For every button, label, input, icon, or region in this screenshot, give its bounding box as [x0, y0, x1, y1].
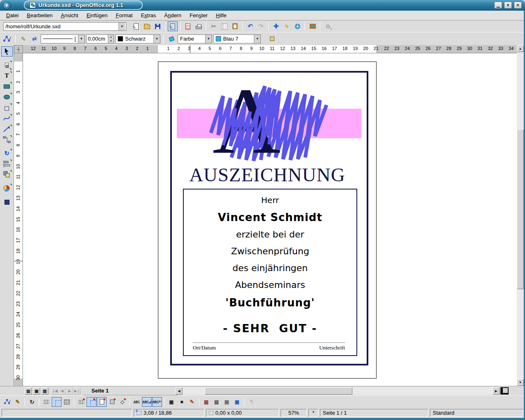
large-handles-icon[interactable]: ■ — [177, 397, 187, 407]
master-view-button[interactable]: ▣ — [33, 388, 40, 395]
insert-tool[interactable] — [1, 183, 13, 193]
url-input[interactable] — [4, 23, 119, 30]
url-dropdown-button[interactable]: ▼ — [119, 23, 125, 30]
snap-to-object-border-icon[interactable] — [107, 397, 117, 407]
layer-view-button[interactable]: ▧ — [41, 388, 48, 395]
horizontal-ruler[interactable]: 1211109876543211234567891011121314151617… — [23, 45, 517, 53]
status-position-cell[interactable]: 3,08 / 18,86 — [134, 409, 204, 417]
snap-to-grid-icon[interactable] — [76, 397, 86, 407]
titlebar[interactable]: ▼ Urkunde.sxd - OpenOffice.org 1.1 ▁ ▼ ✕ — [0, 0, 525, 11]
horizontal-scrollbar[interactable]: ◀ ▶ — [176, 387, 500, 395]
save-icon[interactable] — [153, 21, 162, 31]
menu-format[interactable]: Format — [112, 11, 136, 20]
alignment-tool[interactable] — [1, 159, 13, 169]
snap-to-snap-lines-icon[interactable] — [87, 397, 96, 407]
scribble-drawing-front[interactable] — [207, 84, 330, 162]
snap-to-object-points-icon[interactable]: ◇ — [117, 397, 127, 407]
show-snap-lines-icon[interactable] — [52, 397, 62, 407]
open-icon[interactable] — [142, 21, 152, 31]
fill-style-icon[interactable] — [167, 34, 176, 44]
print-icon[interactable] — [194, 21, 203, 31]
menu-ansicht[interactable]: Ansicht — [57, 11, 82, 20]
export-pdf-icon[interactable] — [183, 21, 193, 31]
document-page[interactable]: A AUSZEICHNUNG HerrVincent Schmidterziel… — [158, 62, 377, 379]
quick-edit-icon[interactable]: ABC — [132, 397, 142, 407]
gallery-icon[interactable] — [308, 21, 317, 31]
menu-extras[interactable]: Extras — [137, 11, 160, 20]
undo-icon[interactable]: ↶ — [245, 21, 255, 31]
rotation-mode-icon[interactable]: ↻ — [27, 397, 37, 407]
controller-3d-tool[interactable] — [1, 196, 13, 207]
menu-bearbeiten[interactable]: Bearbeiten — [23, 11, 56, 20]
objects-3d-tool[interactable] — [1, 103, 13, 113]
status-page-cell[interactable]: Seite 1 / 1 — [320, 409, 428, 417]
line-width-spin-buttons[interactable]: ▲▼ — [108, 35, 114, 43]
shadow-icon[interactable] — [267, 34, 277, 44]
line-color-select[interactable]: Schwarz ▼ — [115, 34, 160, 43]
zoom-tool[interactable] — [1, 60, 13, 70]
line-color-dropdown[interactable]: ▼ — [153, 35, 160, 43]
menu-hilfe[interactable]: Hilfe — [212, 11, 230, 20]
page-tab[interactable]: Seite 1 — [84, 387, 116, 395]
status-template-cell[interactable]: Standard — [430, 409, 523, 417]
allow-quick-editing-icon[interactable]: ✎ — [13, 397, 23, 407]
vertical-ruler[interactable]: 1234567891011121314151617181920212223242… — [14, 53, 23, 386]
canvas[interactable]: A AUSZEICHNUNG HerrVincent Schmidterziel… — [23, 53, 517, 386]
autopilot-icon[interactable]: ϟ — [282, 21, 292, 31]
rotate-tool[interactable]: ↻ — [1, 148, 13, 158]
hyperlink-icon[interactable] — [292, 21, 302, 31]
edit-points-mode-icon[interactable] — [2, 397, 12, 407]
connector-tool[interactable] — [1, 135, 13, 145]
menu-ndern[interactable]: Ändern — [160, 11, 185, 20]
page-view-button[interactable]: ▤ — [25, 388, 32, 395]
maximize-button[interactable]: ▼ — [504, 2, 512, 9]
line-width-input[interactable] — [87, 36, 108, 42]
lines-arrows-tool[interactable] — [1, 124, 13, 134]
fill-color-select[interactable]: Blau 7 ▼ — [213, 34, 261, 43]
navigator-icon[interactable]: ✚ — [271, 21, 281, 31]
horizontal-scroll-track[interactable] — [183, 387, 493, 395]
horizontal-scroll-thumb[interactable] — [205, 387, 352, 395]
line-contour-icon[interactable]: ▩ — [232, 397, 242, 407]
grid-to-front-icon[interactable] — [62, 397, 72, 407]
ellipse-tool[interactable] — [1, 92, 13, 102]
snap-to-page-margins-icon[interactable] — [97, 397, 107, 407]
arrow-style-icon[interactable]: ⇄ — [30, 34, 39, 44]
certificate-textbox[interactable]: HerrVincent Schmidterzielte bei derZwisc… — [183, 189, 357, 356]
status-size-cell[interactable]: 0,00 x 0,00 — [206, 409, 279, 417]
window-menu-button[interactable]: ▼ — [3, 2, 11, 9]
double-click-edit-text-icon[interactable]: ABC☛ — [152, 397, 162, 407]
line-properties-icon[interactable]: ✎ — [18, 34, 28, 44]
vertical-scrollbar[interactable]: ▲ ▼ — [517, 45, 524, 386]
menu-einfgen[interactable]: Einfügen — [83, 11, 111, 20]
menu-datei[interactable]: Datei — [2, 11, 22, 20]
new-document-icon[interactable]: ✎ — [131, 21, 141, 31]
fill-type-dropdown[interactable]: ▼ — [205, 35, 212, 43]
menu-fenster[interactable]: Fenster — [186, 11, 211, 20]
select-text-area-icon[interactable]: ABC◢ — [142, 397, 152, 407]
show-grid-icon[interactable] — [41, 397, 51, 407]
picture-placeholder-icon[interactable]: ▨ — [201, 397, 211, 407]
vertical-scroll-thumb[interactable] — [517, 129, 524, 289]
resize-corner[interactable] — [500, 387, 509, 395]
rectangle-tool[interactable] — [1, 81, 13, 91]
select-tool[interactable] — [1, 46, 13, 57]
contour-mode-icon[interactable]: ▧ — [212, 397, 221, 407]
scroll-down-button[interactable]: ▼ — [517, 379, 524, 386]
scroll-up-button[interactable]: ▲ — [517, 45, 524, 52]
arrange-tool[interactable] — [1, 169, 13, 180]
close-button[interactable]: ✕ — [514, 2, 522, 9]
minimize-button[interactable]: ▁ — [494, 2, 502, 9]
line-style-dropdown[interactable]: ▼ — [78, 35, 84, 43]
scroll-left-button[interactable]: ◀ — [176, 387, 183, 395]
scroll-right-button[interactable]: ▶ — [493, 387, 500, 395]
text-tool[interactable]: T — [1, 71, 13, 81]
curve-tool[interactable] — [1, 113, 13, 123]
edit-points-icon[interactable] — [2, 34, 12, 44]
paste-icon[interactable] — [230, 21, 240, 31]
modify-with-attributes-icon[interactable]: ✎ — [187, 397, 197, 407]
line-style-select[interactable]: [ ▼ — [41, 34, 85, 43]
edit-file-icon[interactable]: ✎ — [168, 21, 178, 31]
fill-type-select[interactable]: Farbe ▼ — [178, 34, 212, 43]
fill-color-dropdown[interactable]: ▼ — [254, 35, 260, 43]
